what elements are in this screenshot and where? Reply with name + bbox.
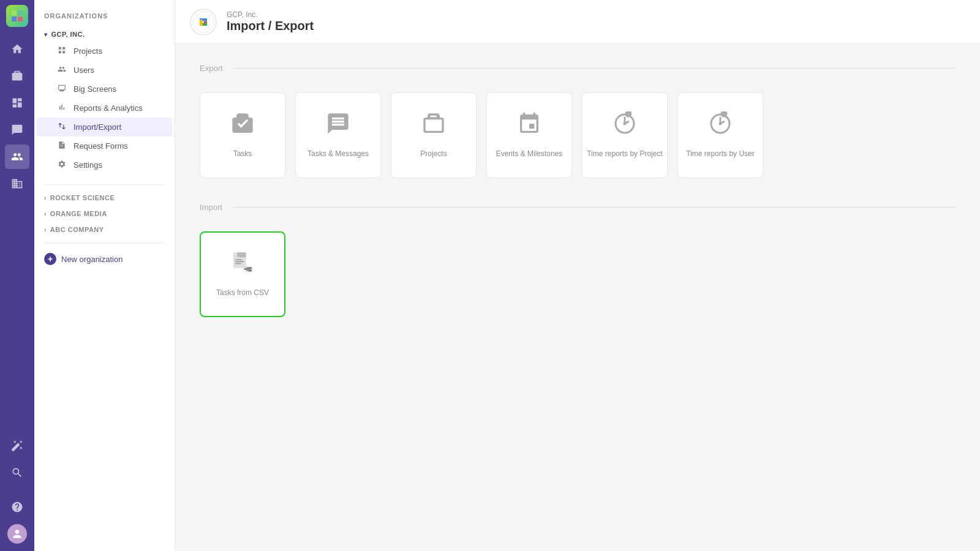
card-tasks-from-csv-label: Tasks from CSV bbox=[216, 288, 269, 298]
export-section-header: Export bbox=[200, 64, 956, 73]
chevron-right-icon: › bbox=[44, 195, 47, 201]
new-org-button[interactable]: + New organization bbox=[34, 248, 175, 270]
form-icon bbox=[56, 141, 67, 151]
card-tasks-from-csv[interactable]: Tasks from CSV bbox=[200, 231, 285, 317]
card-time-reports-user[interactable]: Time reports by User bbox=[677, 92, 763, 178]
svg-rect-19 bbox=[235, 261, 244, 263]
briefcase-icon[interactable] bbox=[5, 64, 29, 88]
help-icon[interactable] bbox=[5, 495, 29, 519]
topbar-title-area: GCP, Inc. Import / Export bbox=[227, 10, 314, 33]
import-section-header: Import bbox=[200, 203, 956, 212]
icon-rail bbox=[0, 0, 34, 551]
card-projects[interactable]: Projects bbox=[391, 92, 477, 178]
sidebar-item-requestforms-label: Request Forms bbox=[74, 141, 128, 151]
main-content: GCP, Inc. Import / Export Export Tasks bbox=[175, 0, 980, 551]
org-abccompany-name: ABC COMPANY bbox=[50, 226, 104, 233]
company-logo bbox=[190, 9, 217, 36]
export-label: Export bbox=[200, 64, 223, 73]
chevron-right-icon-3: › bbox=[44, 227, 47, 233]
arrows-icon bbox=[56, 122, 67, 132]
org-orangemedia-toggle[interactable]: › ORANGE MEDIA bbox=[34, 206, 175, 222]
svg-rect-2 bbox=[12, 17, 17, 21]
import-divider-line bbox=[232, 207, 956, 208]
gear-icon bbox=[56, 160, 67, 170]
chat-icon[interactable] bbox=[5, 118, 29, 142]
svg-rect-23 bbox=[248, 267, 249, 271]
plus-icon: + bbox=[44, 253, 56, 265]
card-tasks-messages-label: Tasks & Messages bbox=[307, 149, 369, 159]
avatar-icon[interactable] bbox=[5, 522, 29, 546]
content-area: Export Tasks Tasks & Mes bbox=[175, 44, 980, 551]
svg-rect-3 bbox=[18, 17, 23, 21]
sidebar-item-importexport-label: Import/Export bbox=[74, 122, 121, 132]
card-time-reports-project-label: Time reports by Project bbox=[587, 149, 663, 159]
dashboard-icon[interactable] bbox=[5, 91, 29, 115]
sidebar-header: ORGANIZATIONS bbox=[34, 0, 175, 27]
svg-rect-1 bbox=[18, 10, 23, 15]
bar-chart-icon bbox=[56, 103, 67, 113]
sidebar-item-projects-label: Projects bbox=[74, 47, 102, 56]
org-gcp-toggle[interactable]: ▾ GCP, INC. bbox=[34, 27, 175, 42]
sidebar-item-projects[interactable]: Projects bbox=[37, 42, 172, 61]
sidebar-item-reports-label: Reports & Analytics bbox=[74, 103, 143, 113]
org-rocketscience-toggle[interactable]: › ROCKET SCIENCE bbox=[34, 190, 175, 206]
home-icon[interactable] bbox=[5, 37, 29, 61]
card-time-reports-project[interactable]: Time reports by Project bbox=[582, 92, 668, 178]
org-rocketscience-name: ROCKET SCIENCE bbox=[50, 194, 115, 201]
grid-icon bbox=[56, 46, 67, 56]
topbar: GCP, Inc. Import / Export bbox=[175, 0, 980, 44]
sidebar-item-bigscreens[interactable]: Big Screens bbox=[37, 80, 172, 99]
new-org-label: New organization bbox=[61, 255, 123, 264]
wand-icon[interactable] bbox=[5, 433, 29, 458]
events-milestones-icon bbox=[517, 111, 541, 141]
app-logo[interactable] bbox=[6, 5, 28, 27]
import-label: Import bbox=[200, 203, 222, 212]
users-icon bbox=[56, 65, 67, 75]
org-section-gcp: ▾ GCP, INC. Projects Users Big Screens bbox=[34, 27, 175, 174]
divider-1 bbox=[44, 184, 165, 185]
sidebar-item-settings[interactable]: Settings bbox=[37, 156, 172, 174]
org-gcp-name: GCP, INC. bbox=[51, 31, 85, 38]
chevron-down-icon: ▾ bbox=[44, 31, 48, 38]
card-tasks-messages[interactable]: Tasks & Messages bbox=[295, 92, 381, 178]
divider-2 bbox=[44, 242, 165, 243]
sidebar-item-requestforms[interactable]: Request Forms bbox=[37, 137, 172, 156]
search-icon[interactable] bbox=[5, 460, 29, 485]
sidebar-item-users-label: Users bbox=[74, 66, 94, 75]
sidebar-item-importexport[interactable]: Import/Export bbox=[37, 118, 172, 137]
svg-rect-17 bbox=[237, 252, 246, 257]
sidebar: ORGANIZATIONS ▾ GCP, INC. Projects Users… bbox=[34, 0, 175, 551]
chevron-right-icon-2: › bbox=[44, 211, 47, 217]
projects-icon bbox=[421, 111, 446, 141]
svg-rect-0 bbox=[12, 10, 17, 15]
sidebar-item-reports[interactable]: Reports & Analytics bbox=[37, 99, 172, 118]
card-events-milestones-label: Events & Milestones bbox=[496, 149, 563, 159]
sidebar-item-users[interactable]: Users bbox=[37, 61, 172, 80]
topbar-page-title: Import / Export bbox=[227, 19, 314, 33]
time-reports-project-icon bbox=[612, 111, 637, 141]
import-cards-grid: Tasks from CSV bbox=[200, 231, 956, 317]
csv-icon bbox=[230, 250, 255, 280]
people-icon[interactable] bbox=[5, 144, 29, 169]
export-divider-line bbox=[233, 68, 956, 69]
card-tasks-label: Tasks bbox=[233, 149, 252, 159]
export-cards-grid: Tasks Tasks & Messages Projects bbox=[200, 92, 956, 178]
card-tasks[interactable]: Tasks bbox=[200, 92, 285, 178]
screen-icon bbox=[56, 84, 67, 94]
sidebar-item-settings-label: Settings bbox=[74, 160, 102, 170]
time-reports-user-icon bbox=[708, 111, 733, 141]
svg-rect-18 bbox=[235, 259, 242, 260]
card-events-milestones[interactable]: Events & Milestones bbox=[486, 92, 572, 178]
building-icon[interactable] bbox=[5, 171, 29, 196]
org-orangemedia-name: ORANGE MEDIA bbox=[50, 210, 107, 217]
topbar-org-name: GCP, Inc. bbox=[227, 10, 314, 19]
sidebar-item-bigscreens-label: Big Screens bbox=[74, 84, 116, 94]
svg-rect-20 bbox=[235, 263, 241, 264]
card-time-reports-user-label: Time reports by User bbox=[686, 149, 755, 159]
tasks-messages-icon bbox=[326, 111, 350, 141]
org-abccompany-toggle[interactable]: › ABC COMPANY bbox=[34, 222, 175, 238]
tasks-icon bbox=[230, 111, 255, 141]
card-projects-label: Projects bbox=[420, 149, 447, 159]
